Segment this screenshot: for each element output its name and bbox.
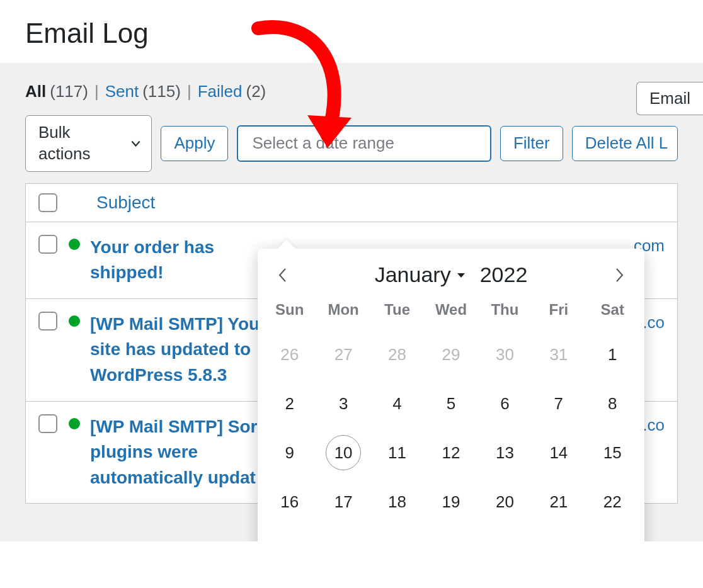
calendar-weekday-row: SunMonTueWedThuFriSat xyxy=(263,296,639,330)
email-subject-link[interactable]: [WP Mail SMTP] Sor plugins were automati… xyxy=(90,414,260,491)
filter-tabs: All (117) | Sent (115) | Failed (2) xyxy=(25,82,678,101)
calendar-day[interactable]: 15 xyxy=(586,428,639,477)
calendar-month-select[interactable]: January xyxy=(375,263,466,287)
row-checkbox[interactable] xyxy=(38,235,57,254)
table-header: Subject xyxy=(26,184,677,222)
calendar-weekday: Wed xyxy=(424,296,477,330)
select-all-checkbox[interactable] xyxy=(38,193,57,212)
calendar-day[interactable]: 27 xyxy=(478,526,532,541)
calendar-day: 29 xyxy=(424,330,477,379)
email-subject-link[interactable]: Your order has shipped! xyxy=(90,235,260,286)
calendar-prev[interactable] xyxy=(274,266,292,284)
calendar-day[interactable]: 26 xyxy=(424,526,477,541)
calendar-next[interactable] xyxy=(610,266,628,284)
calendar-day[interactable]: 29 xyxy=(586,526,639,541)
calendar-day[interactable]: 11 xyxy=(370,428,424,477)
calendar-day[interactable]: 16 xyxy=(263,477,316,526)
calendar-day[interactable]: 19 xyxy=(424,477,477,526)
calendar-day[interactable]: 6 xyxy=(478,379,532,428)
calendar-day: 27 xyxy=(316,330,370,379)
calendar-day[interactable]: 7 xyxy=(532,379,585,428)
calendar-weekday: Mon xyxy=(316,296,370,330)
calendar-day[interactable]: 24 xyxy=(316,526,370,541)
calendar-day: 26 xyxy=(263,330,316,379)
calendar-day[interactable]: 23 xyxy=(263,526,316,541)
date-picker-popup: January 2022 SunMonTueWedThuFriSat 26272… xyxy=(258,249,644,541)
content-area: All (117) | Sent (115) | Failed (2) Emai… xyxy=(0,63,703,541)
calendar-year[interactable]: 2022 xyxy=(480,263,528,287)
chevron-left-icon xyxy=(277,266,289,284)
calendar-day[interactable]: 8 xyxy=(586,379,639,428)
calendar-weekday: Sun xyxy=(263,296,316,330)
chevron-down-icon xyxy=(129,137,142,150)
search-column-select[interactable]: Email xyxy=(636,82,703,115)
page-title: Email Log xyxy=(25,18,678,49)
email-subject-link[interactable]: [WP Mail SMTP] You site has updated to W… xyxy=(90,312,260,388)
calendar-day[interactable]: 28 xyxy=(532,526,585,541)
calendar-day[interactable]: 10 xyxy=(316,428,370,477)
chevron-right-icon xyxy=(613,266,626,284)
calendar-day: 28 xyxy=(370,330,424,379)
calendar-day[interactable]: 4 xyxy=(370,379,424,428)
status-sent-icon xyxy=(69,418,80,429)
caret-down-icon xyxy=(456,270,466,280)
calendar-day[interactable]: 17 xyxy=(316,477,370,526)
status-sent-icon xyxy=(69,315,80,327)
row-checkbox[interactable] xyxy=(38,312,57,331)
calendar-day[interactable]: 14 xyxy=(532,428,585,477)
calendar-days-grid: 2627282930311234567891011121314151617181… xyxy=(263,330,639,541)
calendar-day[interactable]: 1 xyxy=(586,330,639,379)
calendar-weekday: Sat xyxy=(586,296,639,330)
calendar-month-year: January 2022 xyxy=(375,263,528,287)
calendar-day[interactable]: 9 xyxy=(263,428,316,477)
filter-separator: | xyxy=(187,82,191,101)
filter-sent[interactable]: Sent (115) xyxy=(105,82,181,101)
calendar-day[interactable]: 20 xyxy=(478,477,532,526)
filter-failed[interactable]: Failed (2) xyxy=(198,82,266,101)
filter-all[interactable]: All (117) xyxy=(25,82,88,101)
calendar-weekday: Tue xyxy=(370,296,424,330)
controls-row: Bulk actions Apply Select a date range F… xyxy=(25,115,678,172)
calendar-weekday: Thu xyxy=(478,296,532,330)
date-range-input[interactable]: Select a date range xyxy=(237,125,491,162)
calendar-header: January 2022 xyxy=(263,260,639,296)
calendar-weekday: Fri xyxy=(532,296,585,330)
column-subject[interactable]: Subject xyxy=(96,193,155,213)
calendar-day[interactable]: 22 xyxy=(586,477,639,526)
delete-all-logs-button[interactable]: Delete All L xyxy=(572,126,678,161)
calendar-day[interactable]: 25 xyxy=(370,526,424,541)
calendar-day[interactable]: 2 xyxy=(263,379,316,428)
status-sent-icon xyxy=(69,239,80,250)
bulk-actions-select[interactable]: Bulk actions xyxy=(25,115,152,172)
calendar-day[interactable]: 18 xyxy=(370,477,424,526)
filter-button[interactable]: Filter xyxy=(500,126,563,161)
page-header: Email Log xyxy=(0,0,703,63)
apply-button[interactable]: Apply xyxy=(161,126,228,161)
calendar-day[interactable]: 5 xyxy=(424,379,477,428)
row-checkbox[interactable] xyxy=(38,414,57,433)
filter-separator: | xyxy=(94,82,99,101)
calendar-day[interactable]: 21 xyxy=(532,477,585,526)
calendar-day[interactable]: 12 xyxy=(424,428,477,477)
calendar-day: 31 xyxy=(532,330,585,379)
calendar-day[interactable]: 13 xyxy=(478,428,532,477)
calendar-day[interactable]: 3 xyxy=(316,379,370,428)
calendar-day: 30 xyxy=(478,330,532,379)
